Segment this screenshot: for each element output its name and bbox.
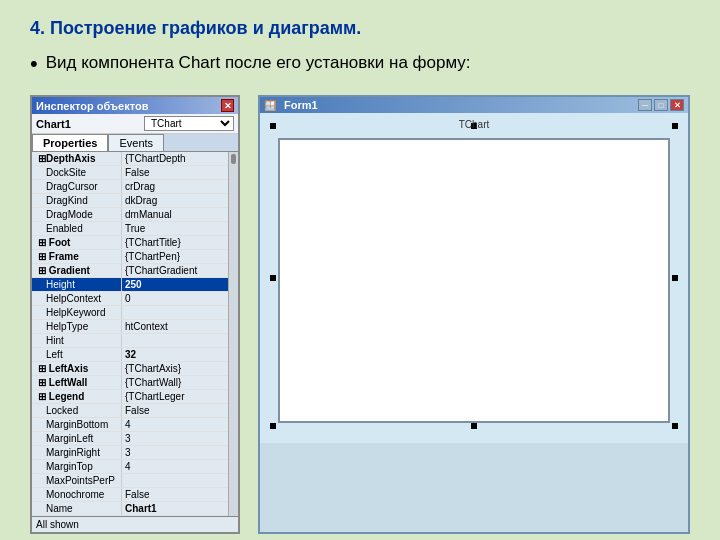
prop-row[interactable]: LockedFalse: [32, 404, 228, 418]
prop-row[interactable]: EnabledTrue: [32, 222, 228, 236]
prop-name: DragMode: [32, 208, 122, 221]
inspector-titlebar: Инспектор объектов ✕: [32, 97, 238, 114]
prop-row[interactable]: NameChart1: [32, 502, 228, 516]
form-close-button[interactable]: ✕: [670, 99, 684, 111]
prop-name: DragCursor: [32, 180, 122, 193]
inspector-tab-properties[interactable]: Properties: [32, 134, 108, 151]
resize-handle-tr[interactable]: [672, 123, 678, 129]
prop-value: True: [122, 222, 228, 235]
props-list: ⊞DepthAxis{TChartDepthDockSiteFalseDragC…: [32, 152, 228, 516]
inspector-title: Инспектор объектов: [36, 100, 148, 112]
resize-handle-ml[interactable]: [270, 275, 276, 281]
prop-name: ⊞ Gradient: [32, 264, 122, 277]
prop-row[interactable]: DockSiteFalse: [32, 166, 228, 180]
prop-value: False: [122, 488, 228, 501]
prop-row[interactable]: ⊞ Legend{TChartLeger: [32, 390, 228, 404]
scrollbar[interactable]: [228, 152, 238, 516]
resize-handle-br[interactable]: [672, 423, 678, 429]
prop-row[interactable]: DragModedmManual: [32, 208, 228, 222]
prop-row[interactable]: MarginRight3: [32, 446, 228, 460]
prop-value: dkDrag: [122, 194, 228, 207]
prop-value: {TChartPen}: [122, 250, 228, 263]
prop-name: Height: [32, 278, 122, 291]
inspector-footer: All shown: [32, 516, 238, 532]
inspector-tab-events[interactable]: Events: [108, 134, 164, 151]
resize-handle-bm[interactable]: [471, 423, 477, 429]
prop-value: 4: [122, 418, 228, 431]
form-controls: ─ □ ✕: [638, 99, 684, 111]
prop-row[interactable]: ⊞ LeftAxis{TChartAxis}: [32, 362, 228, 376]
prop-name: MarginLeft: [32, 432, 122, 445]
prop-value: htContext: [122, 320, 228, 333]
prop-value: dmManual: [122, 208, 228, 221]
prop-value: 250: [122, 278, 228, 291]
prop-value: 4: [122, 460, 228, 473]
prop-name: Enabled: [32, 222, 122, 235]
inspector-close-button[interactable]: ✕: [221, 99, 234, 112]
prop-value: 3: [122, 432, 228, 445]
prop-name: Locked: [32, 404, 122, 417]
prop-row[interactable]: HelpKeyword: [32, 306, 228, 320]
form-maximize-button[interactable]: □: [654, 99, 668, 111]
prop-name: ⊞ LeftWall: [32, 376, 122, 389]
prop-name: MarginBottom: [32, 418, 122, 431]
prop-row[interactable]: ⊞ Frame{TChartPen}: [32, 250, 228, 264]
prop-value: 0: [122, 292, 228, 305]
prop-name: HelpType: [32, 320, 122, 333]
prop-value: False: [122, 404, 228, 417]
prop-value: {TChartTitle}: [122, 236, 228, 249]
prop-row[interactable]: HelpTypehtContext: [32, 320, 228, 334]
prop-row[interactable]: MarginBottom4: [32, 418, 228, 432]
inspector-object-name: Chart1: [36, 118, 140, 130]
tchart-box[interactable]: [278, 138, 670, 423]
resize-handle-tl[interactable]: [270, 123, 276, 129]
resize-handle-bl[interactable]: [270, 423, 276, 429]
prop-name: ⊞ Legend: [32, 390, 122, 403]
prop-name: DragKind: [32, 194, 122, 207]
inspector-object-dropdown[interactable]: TChart: [144, 116, 234, 131]
prop-name: ⊞ Frame: [32, 250, 122, 263]
form-minimize-button[interactable]: ─: [638, 99, 652, 111]
prop-value: {TChartAxis}: [122, 362, 228, 375]
slide: 4. Построение графиков и диаграмм. • Вид…: [0, 0, 720, 540]
prop-row[interactable]: ⊞DepthAxis{TChartDepth: [32, 152, 228, 166]
prop-name: Left: [32, 348, 122, 361]
prop-row[interactable]: DragKinddkDrag: [32, 194, 228, 208]
prop-name: Monochrome: [32, 488, 122, 501]
inspector-content: ⊞DepthAxis{TChartDepthDockSiteFalseDragC…: [32, 152, 238, 516]
prop-value: {TChartDepth: [122, 152, 228, 165]
prop-row[interactable]: Hint: [32, 334, 228, 348]
prop-value: [122, 474, 228, 487]
form-titlebar: 🪟 Form1 ─ □ ✕: [260, 97, 688, 113]
form-title-icon: 🪟: [264, 100, 276, 111]
prop-name: ⊞DepthAxis: [32, 152, 122, 165]
prop-row[interactable]: MonochromeFalse: [32, 488, 228, 502]
prop-name: HelpContext: [32, 292, 122, 305]
prop-value: {TChartWall}: [122, 376, 228, 389]
prop-row[interactable]: ⊞ Foot{TChartTitle}: [32, 236, 228, 250]
prop-row[interactable]: Left32: [32, 348, 228, 362]
prop-row[interactable]: DragCursorcrDrag: [32, 180, 228, 194]
prop-row[interactable]: MaxPointsPerP: [32, 474, 228, 488]
prop-value: {TChartGradient: [122, 264, 228, 277]
prop-value: crDrag: [122, 180, 228, 193]
prop-value: [122, 334, 228, 347]
bullet-text: Вид компонента Chart после его установки…: [46, 51, 471, 75]
prop-row[interactable]: Height250: [32, 278, 228, 292]
prop-row[interactable]: MarginTop4: [32, 460, 228, 474]
resize-handle-mr[interactable]: [672, 275, 678, 281]
bullet-item: • Вид компонента Chart после его установ…: [30, 51, 690, 77]
prop-name: ⊞ Foot: [32, 236, 122, 249]
prop-value: {TChartLeger: [122, 390, 228, 403]
prop-row[interactable]: ⊞ LeftWall{TChartWall}: [32, 376, 228, 390]
prop-name: DockSite: [32, 166, 122, 179]
prop-name: Hint: [32, 334, 122, 347]
prop-value: Chart1: [122, 502, 228, 515]
form-window: 🪟 Form1 ─ □ ✕ TChart: [258, 95, 690, 534]
prop-name: Name: [32, 502, 122, 515]
slide-title: 4. Построение графиков и диаграмм.: [30, 18, 690, 39]
prop-row[interactable]: MarginLeft3: [32, 432, 228, 446]
prop-row[interactable]: HelpContext0: [32, 292, 228, 306]
prop-value: [122, 306, 228, 319]
prop-row[interactable]: ⊞ Gradient{TChartGradient: [32, 264, 228, 278]
